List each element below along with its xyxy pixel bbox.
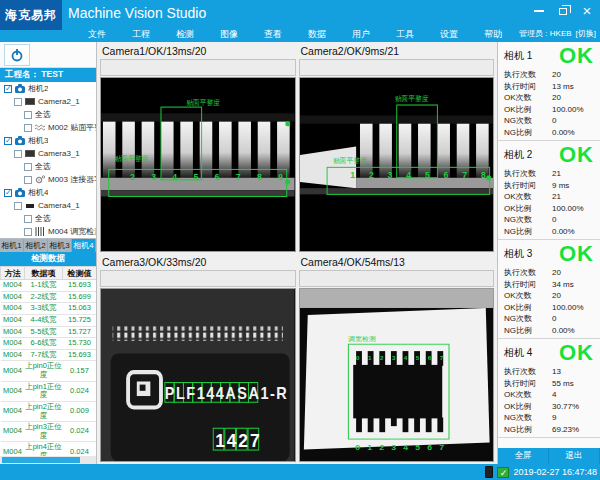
wave-icon — [35, 123, 45, 132]
checkbox[interactable] — [14, 98, 22, 106]
stat-value: 0 — [552, 214, 594, 226]
table-row[interactable]: M004 4-4线宽 15.725 — [1, 314, 97, 326]
tree-item-camera3[interactable]: 相机3 — [0, 134, 96, 147]
checkbox-checked[interactable] — [4, 137, 12, 145]
menu-item[interactable]: 帮助 — [471, 28, 515, 41]
stat-value: 0.00% — [552, 226, 594, 238]
table-row[interactable]: M004 3-3线宽 15.063 — [1, 303, 97, 315]
camera-tab[interactable]: 相机2 — [24, 239, 48, 252]
tree-item-select-all[interactable]: 全选 — [0, 108, 96, 121]
stat-value: 100.00% — [552, 104, 594, 116]
tree-item-camera4[interactable]: 相机4 — [0, 186, 96, 199]
stat-label: 执行次数 — [504, 366, 536, 378]
checkbox-checked[interactable] — [4, 85, 12, 93]
table-row[interactable]: M004 上pin2正位度 0.009 — [1, 401, 97, 421]
menu-item[interactable]: 数据 — [295, 28, 339, 41]
tree-item-m004[interactable]: M004 调宽检测 — [0, 225, 96, 238]
tree-item-camera3-1[interactable]: Camera3_1 — [0, 147, 96, 160]
annotation-label: 贴面平整度 — [393, 95, 428, 103]
close-icon[interactable]: × — [580, 5, 594, 17]
checkbox[interactable] — [24, 111, 32, 119]
detection-table-wrap: 方法 数据项 检测值 M004 1-1线宽 15.693 M — [0, 266, 96, 456]
col-header-value: 检测值 — [63, 267, 97, 280]
machine-vision-studio-window: 海克易邦 Machine Vision Studio × 文件 工程 检测 图像… — [0, 0, 600, 480]
camera4-header: Camera4/OK/54ms/13 — [299, 255, 495, 270]
cell-value: 0.009 — [63, 401, 97, 421]
stat-value: 0.00% — [552, 127, 594, 139]
tree-item-m003[interactable]: M003 连接器字符 — [0, 173, 96, 186]
checkbox[interactable] — [24, 215, 32, 223]
scrollbar-thumb[interactable] — [2, 457, 80, 463]
checkbox[interactable] — [24, 124, 32, 132]
checkbox[interactable] — [24, 163, 32, 171]
camera4-image[interactable]: 调宽检测 0 1 2 3 4 5 6 7 0 1 2 3 4 5 6 7 — [299, 288, 495, 463]
tree-item-camera2-1[interactable]: Camera2_1 — [0, 95, 96, 108]
menu-item[interactable]: 用户 — [339, 28, 383, 41]
camera-tab[interactable]: 相机4 — [72, 239, 96, 252]
fullscreen-button[interactable]: 全屏 — [498, 448, 549, 464]
tree-item-select-all[interactable]: 全选 — [0, 212, 96, 225]
tree-item-camera4-1[interactable]: Camera4_1 — [0, 199, 96, 212]
cell-item: 6-6线宽 — [25, 338, 63, 350]
menu-bar: 文件 工程 检测 图像 查看 数据 用户 工具 设置 帮助 — [62, 26, 600, 42]
camera-tab[interactable]: 相机1 — [0, 239, 24, 252]
table-row[interactable]: M004 上pin0正位度 0.157 — [1, 361, 97, 381]
tree-label: M002 贴面平整度 — [48, 122, 96, 133]
stat-value: 0 — [552, 313, 594, 325]
horizontal-scrollbar[interactable] — [0, 456, 96, 464]
tree-item-select-all[interactable]: 全选 — [0, 160, 96, 173]
table-row[interactable]: M004 上pin4正位度 0.024 — [1, 442, 97, 456]
table-row[interactable]: M004 5-5线宽 15.727 — [1, 326, 97, 338]
camera3-image[interactable]: PLF144ASA1-R 1427 — [100, 288, 296, 463]
camera-icon — [15, 84, 25, 93]
table-row[interactable]: M004 上pin3正位度 0.024 — [1, 422, 97, 442]
camera1-panel: Camera1/OK/13ms/20 — [100, 44, 296, 252]
camera1-toolbar — [100, 59, 296, 76]
menu-item[interactable]: 查看 — [251, 28, 295, 41]
cell-item: 上pin0正位度 — [25, 361, 63, 381]
col-header-method: 方法 — [1, 267, 25, 280]
camera2-image[interactable]: 贴面平整度 贴面平整度 1 2 3 4 5 6 7 8 — [299, 77, 495, 252]
gear-icon — [35, 175, 45, 184]
checkbox[interactable] — [24, 228, 32, 236]
table-row[interactable]: M004 6-6线宽 15.730 — [1, 338, 97, 350]
tree-item-camera2[interactable]: 相机2 — [0, 82, 96, 95]
switch-user-link[interactable]: [切换] — [576, 28, 596, 39]
table-row[interactable]: M004 1-1线宽 15.693 — [1, 280, 97, 292]
menu-item[interactable]: 工具 — [383, 28, 427, 41]
restore-icon[interactable] — [556, 5, 570, 17]
checkbox[interactable] — [14, 150, 22, 158]
stat-label: NG比例 — [504, 226, 532, 238]
stat-value: 4 — [552, 389, 594, 401]
checkbox[interactable] — [14, 202, 22, 210]
exit-button[interactable]: 退出 — [549, 448, 600, 464]
table-row[interactable]: M004 7-7线宽 15.693 — [1, 349, 97, 361]
image-icon — [25, 97, 35, 106]
menu-item[interactable]: 检测 — [163, 28, 207, 41]
stat-status-badge: OK — [559, 46, 594, 66]
tree-item-m002[interactable]: M002 贴面平整度 — [0, 121, 96, 134]
menu-item[interactable]: 图像 — [207, 28, 251, 41]
menu-item[interactable]: 工程 — [119, 28, 163, 41]
datetime-label: 2019-02-27 16:47:48 — [513, 467, 597, 477]
stats-panel: 相机 1 OK 执行次数20 执行时间13 ms OK次数20 OK比例100.… — [497, 42, 600, 464]
camera1-image[interactable]: 贴面平整度 贴面平整度 2 3 4 5 6 7 8 9 — [100, 77, 296, 252]
menu-item[interactable]: 文件 — [75, 28, 119, 41]
cell-method: M004 — [1, 314, 25, 326]
table-row[interactable]: M004 2-2线宽 15.699 — [1, 291, 97, 303]
camera-stat-block: 相机 3 OK 执行次数20 执行时间34 ms OK次数20 OK比例100.… — [498, 240, 600, 339]
table-row[interactable]: M004 上pin1正位度 0.024 — [1, 381, 97, 401]
top-pin-numbers: 0 1 2 3 4 5 6 7 — [356, 355, 444, 361]
cell-item: 3-3线宽 — [25, 303, 63, 315]
tree-label: M004 调宽检测 — [48, 226, 96, 237]
camera-tab[interactable]: 相机3 — [48, 239, 72, 252]
checkbox[interactable] — [24, 176, 32, 184]
power-button[interactable] — [4, 44, 30, 66]
tree-label: 全选 — [35, 109, 51, 120]
minimize-icon[interactable] — [532, 5, 546, 17]
checkbox-checked[interactable] — [4, 189, 12, 197]
cell-value: 15.063 — [63, 303, 97, 315]
cell-value: 0.024 — [63, 442, 97, 456]
stat-label: OK次数 — [504, 191, 532, 203]
menu-item[interactable]: 设置 — [427, 28, 471, 41]
